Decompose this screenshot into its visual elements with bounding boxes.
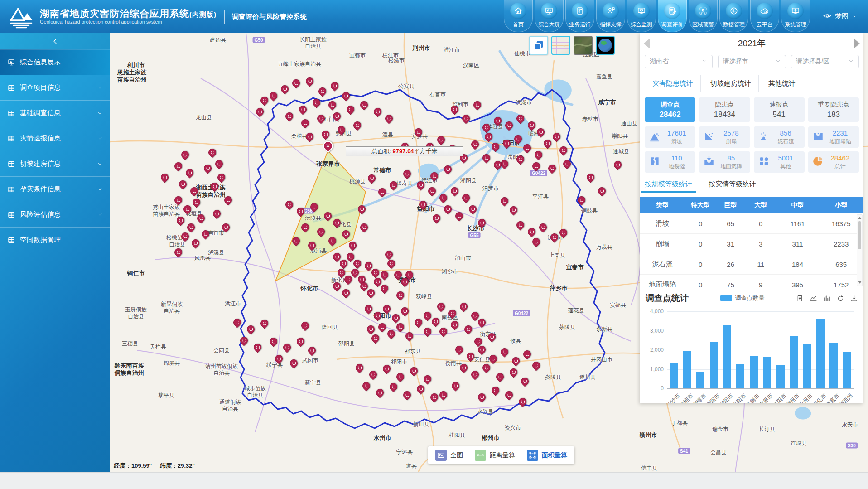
bar-郴州市[interactable]: [790, 336, 798, 388]
hazard-card-地面沉降[interactable]: 85地面沉降: [699, 151, 750, 173]
scroll-up-icon[interactable]: [858, 217, 862, 219]
sidebar-item-空间数据管理[interactable]: 空间数据管理: [0, 227, 110, 252]
layers-toggle-button[interactable]: [529, 36, 548, 55]
bar-怀化市[interactable]: [816, 319, 825, 388]
chevron-down-icon: [702, 58, 708, 65]
fissure-icon: [649, 155, 661, 169]
others-icon: [758, 155, 770, 169]
bar-株洲市[interactable]: [683, 351, 691, 388]
hazard-card-地面塌陷[interactable]: 2231地面塌陷: [808, 126, 859, 148]
hazard-card-崩塌[interactable]: 2578崩塌: [699, 126, 750, 148]
subtab-按灾情等级统计[interactable]: 按灾情等级统计: [709, 180, 756, 193]
sidebar-collapse-button[interactable]: [0, 33, 110, 49]
region-warning-icon: [695, 3, 711, 19]
user-menu[interactable]: 梦图: [823, 11, 858, 22]
system-icon: [787, 3, 804, 19]
dataview-icon[interactable]: [796, 295, 804, 302]
hazard-card-其他[interactable]: 5001其他: [754, 151, 805, 173]
linechart-icon[interactable]: [810, 295, 817, 302]
app-title-block: 湖南省地质灾害防治综合应用系统(内测版) Geological hazard p…: [40, 8, 224, 25]
sidebar-item-灾情速报信息[interactable]: 灾情速报信息: [0, 126, 110, 151]
bar-娄底市[interactable]: [829, 343, 838, 388]
bar-湘西州[interactable]: [843, 352, 851, 388]
area-tooltip-suffix: 平方千米: [414, 148, 438, 155]
scrollbar-thumb[interactable]: [858, 221, 861, 249]
barchart-icon[interactable]: [823, 295, 831, 302]
stat-tabs: 灾害隐患统计切坡建房统计其他统计: [640, 71, 863, 92]
nav-item-首页[interactable]: 首页: [504, 0, 533, 32]
dashboard-icon: [7, 58, 15, 67]
y-axis-tick: 2,000: [646, 347, 664, 353]
table-scrollbar[interactable]: [857, 214, 863, 286]
nav-item-调查评价[interactable]: 调查评价: [658, 0, 687, 32]
app-subtitle: Geological hazard protection control app…: [40, 19, 217, 25]
measure-tool-面积量算[interactable]: 面积量算: [527, 450, 567, 461]
hazard-card-滑坡[interactable]: 17601滑坡: [645, 126, 695, 148]
cursor-coordinates: 经度：109.59° 纬度：29.32°: [114, 462, 195, 470]
bar-衡阳市[interactable]: [710, 342, 718, 388]
legend-swatch: [720, 295, 732, 301]
sidebar-item-综合信息展示[interactable]: 综合信息展示: [0, 49, 110, 75]
legend-label: 调查点数量: [735, 294, 765, 302]
bar-常德市[interactable]: [750, 356, 758, 388]
nav-item-业务运行[interactable]: 业务运行: [565, 0, 594, 32]
globe-basemap-thumbnail[interactable]: [596, 36, 615, 55]
nav-item-系统管理[interactable]: 系统管理: [781, 0, 810, 32]
y-axis-tick: 4,000: [646, 308, 664, 315]
hazard-card-地裂缝[interactable]: 110地裂缝: [645, 151, 695, 173]
bar-长沙市[interactable]: [670, 363, 678, 388]
region-select-2[interactable]: 请选择县/区: [791, 55, 859, 68]
scroll-down-icon[interactable]: [858, 281, 862, 284]
nav-item-数据管理[interactable]: 数据管理: [719, 0, 748, 32]
year-next-button[interactable]: [854, 39, 860, 48]
summary-card-速报点[interactable]: 速报点541: [754, 97, 805, 122]
command-icon: [603, 3, 619, 19]
chart-legend: 调查点数量: [689, 294, 796, 302]
grid-icon: [7, 211, 15, 219]
hazard-card-总计[interactable]: 28462总计: [808, 151, 859, 173]
sidebar-item-基础调查信息[interactable]: 基础调查信息: [0, 100, 110, 126]
region-select-0[interactable]: 湖南省: [645, 55, 713, 68]
statistics-panel: 2021年 湖南省请选择市请选择县/区 灾害隐患统计切坡建房统计其他统计 调查点…: [640, 33, 863, 403]
nav-item-综合监测[interactable]: 综合监测: [627, 0, 656, 32]
nav-item-综合大屏[interactable]: 综合大屏: [535, 0, 564, 32]
chevron-down-icon: [97, 110, 103, 116]
measure-tool-全图[interactable]: 全图: [435, 450, 463, 461]
app-title: 湖南省地质灾害防治综合应用系统: [40, 8, 189, 19]
bar-岳阳市[interactable]: [736, 364, 744, 388]
download-icon[interactable]: [850, 295, 858, 302]
sidebar-item-调查项目信息[interactable]: 调查项目信息: [0, 75, 110, 100]
subtab-按规模等级统计[interactable]: 按规模等级统计: [645, 180, 692, 193]
bigscreen-icon: [541, 3, 557, 19]
refresh-icon[interactable]: [837, 295, 844, 302]
bar-永州市[interactable]: [803, 344, 811, 388]
summary-card-重要隐患点[interactable]: 重要隐患点183: [808, 97, 859, 122]
tab-切坡建房统计[interactable]: 切坡建房统计: [703, 75, 759, 92]
bar-张家界市[interactable]: [763, 357, 771, 388]
grid-icon: [7, 236, 15, 244]
measure-tool-距离量算[interactable]: 距离量算: [475, 450, 515, 461]
region-select-1[interactable]: 请选择市: [718, 55, 786, 68]
nav-item-区域预警[interactable]: 区域预警: [689, 0, 718, 32]
eye-icon: [823, 11, 832, 22]
sidebar-item-孕灾条件信息[interactable]: 孕灾条件信息: [0, 176, 110, 202]
bar-湘潭市[interactable]: [696, 372, 704, 388]
summary-card-隐患点[interactable]: 隐患点18434: [699, 97, 750, 122]
longitude-readout: 经度：109.59°: [114, 462, 152, 470]
survey-icon: [664, 3, 680, 19]
nav-item-云平台[interactable]: 云平台: [750, 0, 779, 32]
hazard-card-泥石流[interactable]: 856泥石流: [754, 126, 805, 148]
nav-item-指挥支撑[interactable]: 指挥支撑: [596, 0, 625, 32]
summary-card-调查点[interactable]: 调查点28462: [645, 97, 695, 122]
tab-其他统计[interactable]: 其他统计: [761, 75, 803, 92]
bar-邵阳市[interactable]: [723, 325, 731, 388]
year-selector: 2021年: [640, 33, 863, 54]
subsidence-icon: [703, 155, 715, 169]
year-prev-button[interactable]: [644, 39, 650, 48]
bar-益阳市[interactable]: [776, 365, 785, 388]
tab-灾害隐患统计[interactable]: 灾害隐患统计: [645, 75, 701, 92]
street-basemap-thumbnail[interactable]: [551, 36, 570, 55]
satellite-basemap-thumbnail[interactable]: [574, 36, 593, 55]
sidebar-item-风险评估信息[interactable]: 风险评估信息: [0, 202, 110, 227]
sidebar-item-切坡建房信息[interactable]: 切坡建房信息: [0, 151, 110, 176]
